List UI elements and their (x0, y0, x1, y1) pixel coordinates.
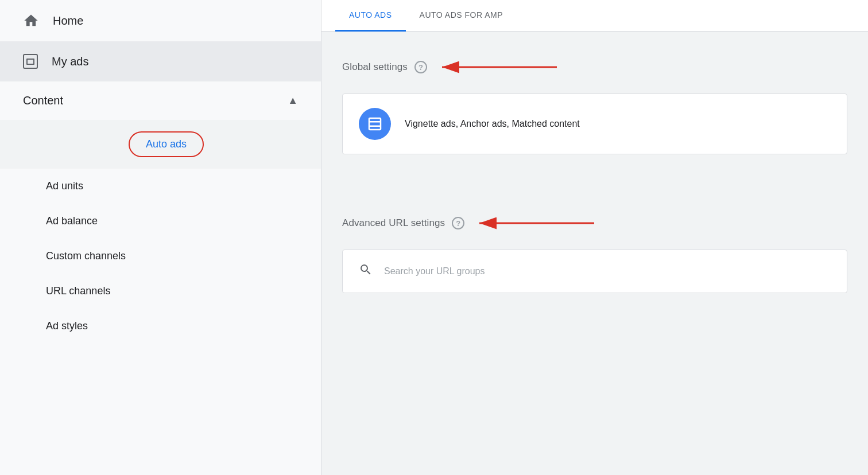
sidebar-item-ad-units[interactable]: Ad units (0, 169, 321, 204)
chevron-up-icon: ▲ (288, 95, 298, 107)
sidebar-content-section[interactable]: Content ▲ (0, 81, 321, 120)
sidebar-home-label: Home (53, 14, 83, 28)
card-text: Vignette ads, Anchor ads, Matched conten… (405, 119, 580, 129)
advanced-url-settings-row: Advanced URL settings ? (342, 215, 600, 231)
url-search-placeholder: Search your URL groups (384, 266, 485, 277)
advanced-url-settings-section: Advanced URL settings ? (321, 188, 868, 303)
sidebar-ad-styles-label: Ad styles (46, 320, 88, 332)
card-icon-circle (359, 108, 391, 140)
global-settings-row: Global settings ? (342, 59, 563, 75)
my-ads-icon-inner (26, 59, 34, 65)
sidebar-ad-units-label: Ad units (46, 180, 83, 192)
tab-auto-ads-amp-label: AUTO ADS FOR AMP (420, 10, 503, 20)
url-search-card[interactable]: Search your URL groups (342, 250, 847, 293)
global-settings-title: Global settings (342, 61, 408, 73)
tab-auto-ads-amp[interactable]: AUTO ADS FOR AMP (406, 0, 517, 32)
sidebar-item-custom-channels[interactable]: Custom channels (0, 239, 321, 274)
sidebar: Home My ads Content ▲ Auto ads Ad units … (0, 0, 321, 475)
global-settings-section: Global settings ? (321, 32, 868, 174)
advanced-url-settings-title: Advanced URL settings (342, 217, 445, 229)
home-icon (23, 13, 39, 29)
advanced-url-settings-help-label: ? (456, 219, 460, 228)
sidebar-item-url-channels[interactable]: URL channels (0, 274, 321, 309)
auto-ads-circle-label: Auto ads (129, 131, 204, 157)
advanced-url-settings-help-icon[interactable]: ? (452, 217, 464, 229)
tabs-bar: AUTO ADS AUTO ADS FOR AMP (321, 0, 868, 32)
main-content: AUTO ADS AUTO ADS FOR AMP Global setting… (321, 0, 868, 475)
advanced-url-settings-arrow (474, 215, 600, 231)
global-settings-header: Global settings ? (342, 48, 847, 84)
sidebar-my-ads-label: My ads (52, 55, 88, 68)
global-settings-help-label: ? (418, 63, 423, 72)
global-settings-arrow (436, 59, 563, 75)
advanced-url-settings-header: Advanced URL settings ? (342, 204, 847, 240)
sidebar-url-channels-label: URL channels (46, 285, 110, 297)
sidebar-content-label: Content (23, 94, 63, 107)
sidebar-item-ad-styles[interactable]: Ad styles (0, 309, 321, 344)
layers-icon (366, 115, 383, 133)
my-ads-icon (23, 54, 38, 69)
search-icon (359, 263, 373, 280)
section-spacer (321, 174, 868, 188)
tab-auto-ads-label: AUTO ADS (349, 10, 392, 20)
sidebar-item-auto-ads[interactable]: Auto ads (0, 120, 321, 169)
global-settings-card: Vignette ads, Anchor ads, Matched conten… (342, 94, 847, 154)
tab-auto-ads[interactable]: AUTO ADS (335, 0, 406, 32)
sidebar-custom-channels-label: Custom channels (46, 250, 126, 262)
sidebar-item-ad-balance[interactable]: Ad balance (0, 204, 321, 239)
sidebar-item-my-ads[interactable]: My ads (0, 41, 321, 81)
global-settings-help-icon[interactable]: ? (414, 61, 427, 73)
sidebar-item-home[interactable]: Home (0, 0, 321, 41)
sidebar-ad-balance-label: Ad balance (46, 215, 98, 227)
